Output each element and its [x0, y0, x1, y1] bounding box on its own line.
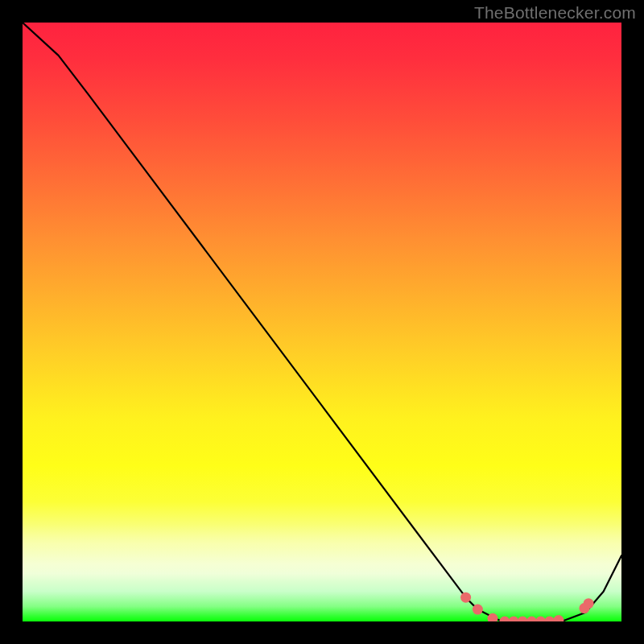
attribution-text: TheBottlenecker.com — [474, 3, 636, 23]
chart-plot-area — [23, 23, 621, 621]
gradient-background — [23, 23, 621, 621]
